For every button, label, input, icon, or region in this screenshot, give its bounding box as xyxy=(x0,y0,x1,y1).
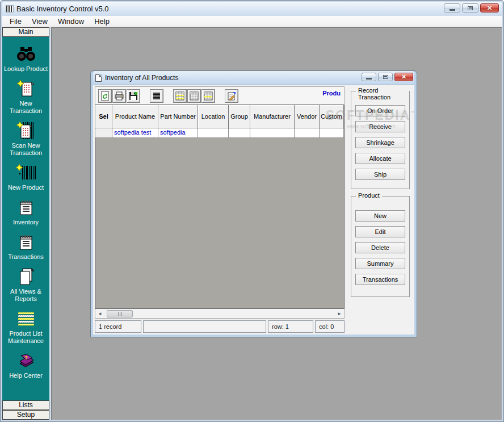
group-title: Product xyxy=(356,192,382,199)
sidebar-item-lookup-product[interactable]: Lookup Product xyxy=(2,41,49,76)
minimize-icon xyxy=(450,9,455,11)
column-header-product-name[interactable]: Product Name xyxy=(112,105,158,128)
print-button[interactable] xyxy=(112,89,126,103)
striped-list-icon xyxy=(16,311,36,326)
menu-view[interactable]: View xyxy=(27,16,53,27)
status-col-indicator: col: 0 xyxy=(315,320,345,333)
save-button[interactable]: x xyxy=(127,89,140,103)
scrollbar-thumb[interactable] xyxy=(107,310,133,317)
edit-product-button[interactable]: Edit xyxy=(355,226,405,237)
document-icon xyxy=(95,74,102,82)
grid-toolbar: x Produ xyxy=(95,86,345,105)
child-close-button[interactable]: ✕ xyxy=(394,73,413,81)
list-view-button[interactable] xyxy=(150,89,163,103)
menu-help[interactable]: Help xyxy=(89,16,115,27)
column-header-manufacturer[interactable]: Manufacturer xyxy=(250,105,295,128)
app-window: Basic Inventory Control v5.0 ✕ File View… xyxy=(0,0,504,422)
barcode-app-icon xyxy=(6,5,14,12)
properties-button[interactable] xyxy=(225,89,238,103)
sidebar-tab-main[interactable]: Main xyxy=(2,27,49,37)
sidebar-item-transactions[interactable]: Transactions xyxy=(2,229,49,264)
child-maximize-button[interactable] xyxy=(378,73,393,81)
status-row-indicator: row: 1 xyxy=(268,320,313,333)
sidebar-tab-setup[interactable]: Setup xyxy=(2,410,49,420)
cell-product-name[interactable]: softpedia test xyxy=(112,128,158,138)
products-link-label[interactable]: Produ xyxy=(322,90,341,97)
column-header-group[interactable]: Group xyxy=(229,105,250,128)
group-product: Product New Edit Delete Summary Transact… xyxy=(351,196,410,297)
ship-button[interactable]: Ship xyxy=(355,169,405,180)
group-record-transaction: Record Transaction On Order Receive Shri… xyxy=(351,91,410,189)
horizontal-scrollbar[interactable]: ◄ ► xyxy=(95,309,345,319)
row-selector-cell[interactable] xyxy=(95,128,112,138)
close-icon: ✕ xyxy=(401,74,406,80)
column-header-location[interactable]: Location xyxy=(198,105,229,128)
sidebar-item-inventory[interactable]: Inventory xyxy=(2,195,49,229)
refresh-button[interactable] xyxy=(98,89,112,103)
child-minimize-button[interactable] xyxy=(362,73,376,81)
menu-bar: File View Window Help xyxy=(2,16,502,27)
child-content: x Produ Sel Product Name xyxy=(93,85,414,335)
window-title: Basic Inventory Control v5.0 xyxy=(16,5,109,13)
sidebar-item-new-product[interactable]: New Product xyxy=(2,160,49,195)
menu-window[interactable]: Window xyxy=(53,16,89,27)
menu-file[interactable]: File xyxy=(5,16,27,27)
delete-product-button[interactable]: Delete xyxy=(355,242,405,253)
maximize-button[interactable] xyxy=(462,3,478,12)
scroll-left-arrow-icon[interactable]: ◄ xyxy=(95,310,104,318)
cell-part-number[interactable]: softpedia xyxy=(158,128,198,138)
sidebar-item-all-views-reports[interactable]: All Views & Reports xyxy=(2,264,49,306)
notepad-icon xyxy=(18,233,35,250)
list-view-icon xyxy=(152,91,162,101)
barcode-new-icon xyxy=(16,164,36,182)
status-message xyxy=(143,320,266,333)
sidebar-item-help-center[interactable]: ? Help Center xyxy=(2,348,49,383)
table-row[interactable]: softpedia test softpedia xyxy=(95,128,344,138)
receipt-new-icon xyxy=(16,80,36,98)
child-titlebar[interactable]: Inventory of All Products ✕ xyxy=(93,71,414,85)
sidebar-item-scan-new-transaction[interactable]: Scan New Transaction xyxy=(2,118,49,160)
summary-button[interactable]: Summary xyxy=(355,258,405,269)
cell-manufacturer[interactable] xyxy=(250,128,295,138)
save-icon: x xyxy=(128,91,138,101)
grid-plain-button[interactable] xyxy=(187,89,201,103)
receive-button[interactable]: Receive xyxy=(355,121,405,132)
column-header-part-number[interactable]: Part Number xyxy=(158,105,198,128)
cell-group[interactable] xyxy=(229,128,250,138)
new-product-button[interactable]: New xyxy=(355,210,405,222)
child-window-title: Inventory of All Products xyxy=(105,74,178,82)
shrinkage-button[interactable]: Shrinkage xyxy=(355,137,405,148)
grid-highlight-button[interactable] xyxy=(173,89,187,103)
sidebar: Main Lookup Product New Transaction xyxy=(2,27,51,420)
grid-mixed-button[interactable] xyxy=(201,89,215,103)
transactions-button[interactable]: Transactions xyxy=(355,274,405,285)
minimize-button[interactable] xyxy=(444,3,460,12)
cell-location[interactable] xyxy=(198,128,229,138)
allocate-button[interactable]: Allocate xyxy=(355,153,405,164)
minimize-icon xyxy=(366,78,372,80)
sidebar-item-product-list-maintenance[interactable]: Product List Maintenance xyxy=(2,306,49,348)
scroll-right-arrow-icon[interactable]: ► xyxy=(335,310,344,318)
status-bar: 1 record row: 1 col: 0 xyxy=(95,319,345,333)
svg-text:?: ? xyxy=(24,355,28,361)
close-button[interactable]: ✕ xyxy=(480,3,499,12)
sidebar-item-new-transaction[interactable]: New Transaction xyxy=(2,76,49,118)
receipt-barcode-icon xyxy=(16,121,36,140)
cell-vendor[interactable] xyxy=(295,128,320,138)
help-book-icon: ? xyxy=(16,352,36,369)
restore-icon xyxy=(383,75,388,79)
action-panel: Record Transaction On Order Receive Shri… xyxy=(347,85,414,333)
group-title: Record Transaction xyxy=(356,87,409,101)
child-window-inventory: Inventory of All Products ✕ x xyxy=(90,70,417,337)
restore-icon xyxy=(468,6,473,10)
refresh-icon xyxy=(100,91,110,101)
binoculars-icon xyxy=(16,47,36,61)
cell-custom[interactable] xyxy=(320,128,344,138)
on-order-button[interactable]: On Order xyxy=(355,105,405,116)
window-titlebar[interactable]: Basic Inventory Control v5.0 ✕ xyxy=(2,2,502,16)
column-header-custom[interactable]: Custom xyxy=(320,105,344,128)
sidebar-tab-lists[interactable]: Lists xyxy=(2,400,49,410)
inventory-grid: Sel Product Name Part Number Location Gr… xyxy=(95,105,345,309)
column-header-vendor[interactable]: Vendor xyxy=(295,105,320,128)
column-header-sel[interactable]: Sel xyxy=(95,105,112,128)
